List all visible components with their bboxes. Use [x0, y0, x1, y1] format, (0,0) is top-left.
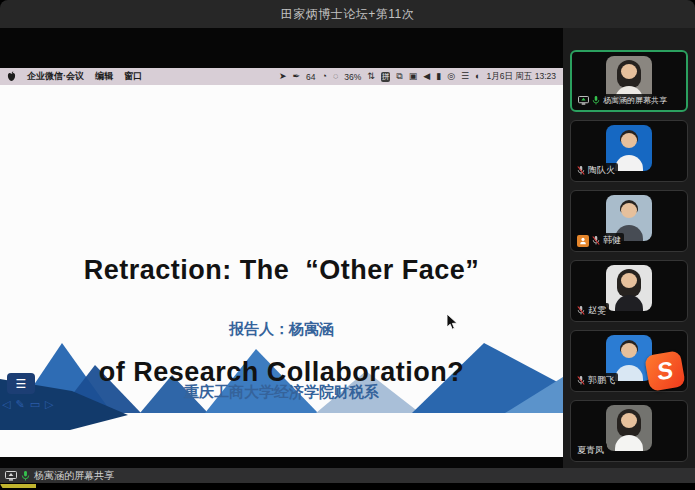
participants-sidebar: 杨寓涵的屏幕共享 陶队火 [563, 28, 695, 483]
participant-name: 陶队火 [588, 164, 615, 177]
participant-name: 郭鹏飞 [588, 374, 615, 387]
participant-name: 赵雯 [588, 304, 606, 317]
slideshow-nav-controls: ◁ ✎ ▭ ▷ [2, 398, 54, 411]
mic-muted-icon [577, 165, 585, 176]
prev-slide-button[interactable]: ◁ [2, 398, 10, 411]
participant-tile[interactable]: 夏青凤 [570, 400, 688, 462]
next-slide-button[interactable]: ▷ [45, 398, 53, 411]
updown-icon[interactable]: ⇅ [367, 72, 375, 81]
presenter-line: 报告人：杨寓涵 [0, 318, 563, 339]
clock-icon[interactable]: ◔ [321, 72, 326, 81]
mic-muted-icon [592, 235, 600, 246]
participant-label: 郭鹏飞 [574, 373, 618, 388]
participant-tile[interactable]: 陶队火 [570, 120, 688, 182]
ink-icon[interactable]: ✒ [292, 72, 300, 81]
qq-unread-count[interactable]: 64 [306, 72, 315, 82]
mic-muted-icon [577, 305, 585, 316]
meeting-titlebar[interactable]: 田家炳博士论坛+第11次 [0, 0, 695, 28]
raised-hand-badge [577, 235, 589, 247]
participant-label: 赵雯 [574, 303, 609, 318]
presentation-slide: Retraction: The “Other Face” of Research… [0, 85, 563, 457]
slideshow-menu-button[interactable]: ☰ [7, 373, 35, 394]
screen-share-icon [5, 471, 17, 481]
annotate-pen-button[interactable]: ✎ [15, 398, 24, 411]
menubar-datetime[interactable]: 1月6日 周五 13:23 [487, 71, 556, 83]
control-center-icon[interactable]: ◐ [475, 72, 480, 81]
screen-share-view: 企业微信·会议 编辑 窗口 ➤ ✒ 64 ◔ ◌ 36% ⇅ 拼 ⧉ ▣ ◀ ▮… [0, 28, 563, 468]
slide-panel-button[interactable]: ▭ [30, 398, 40, 411]
battery-icon[interactable]: ▮ [436, 72, 441, 81]
menu-window[interactable]: 窗口 [124, 70, 142, 83]
share-status-label: 杨寓涵的屏幕共享 [34, 469, 114, 483]
sogou-input-icon[interactable]: S [644, 350, 686, 392]
slide-presenter-block: 报告人：杨寓涵 重庆工商大学经济学院财税系 [0, 276, 563, 444]
input-method-badge[interactable]: 拼 [381, 72, 391, 82]
participant-tile[interactable]: 韩健 [570, 190, 688, 252]
gauge-icon[interactable]: ◌ [333, 72, 338, 81]
menu-app-name[interactable]: 企业微信·会议 [27, 70, 84, 83]
affiliation-line: 重庆工商大学经济学院财税系 [0, 381, 563, 402]
participant-name: 韩健 [603, 234, 621, 247]
participant-name: 杨寓涵的屏幕共享 [603, 95, 667, 106]
volume-icon[interactable]: ◀ [423, 72, 430, 81]
mic-on-icon [21, 470, 30, 482]
participant-name: 夏青凤 [577, 444, 604, 457]
meeting-window: 田家炳博士论坛+第11次 企业微信·会议 编辑 窗口 ➤ ✒ 64 ◔ ◌ 36… [0, 0, 695, 490]
screen-share-icon [578, 96, 589, 105]
taskbar-strip [0, 484, 36, 488]
menu-list-icon[interactable]: ☰ [461, 72, 469, 81]
mic-muted-icon [577, 375, 585, 386]
apple-icon[interactable] [7, 71, 16, 82]
participant-tile-sharing[interactable]: 杨寓涵的屏幕共享 [570, 50, 688, 112]
slideshow-menu-icon: ☰ [16, 377, 27, 391]
battery-percent: 36% [344, 72, 361, 82]
search-icon[interactable]: ◎ [447, 72, 455, 81]
share-status-bar: 杨寓涵的屏幕共享 [0, 468, 695, 483]
meeting-title: 田家炳博士论坛+第11次 [281, 6, 414, 23]
shared-desktop-menubar: 企业微信·会议 编辑 窗口 ➤ ✒ 64 ◔ ◌ 36% ⇅ 拼 ⧉ ▣ ◀ ▮… [0, 68, 563, 85]
participant-label: 杨寓涵的屏幕共享 [575, 94, 670, 107]
windows-icon[interactable]: ⧉ [396, 72, 402, 81]
participant-avatar [606, 265, 652, 311]
pointer-icon[interactable]: ➤ [279, 72, 287, 81]
display-icon[interactable]: ▣ [409, 72, 418, 81]
menu-edit[interactable]: 编辑 [95, 70, 113, 83]
participant-label: 夏青凤 [574, 443, 607, 458]
participant-label: 陶队火 [574, 163, 618, 178]
mouse-cursor [446, 313, 458, 331]
participant-label: 韩健 [574, 233, 624, 248]
mic-on-icon [592, 95, 600, 106]
participant-avatar [606, 405, 652, 451]
participant-tile[interactable]: 赵雯 [570, 260, 688, 322]
